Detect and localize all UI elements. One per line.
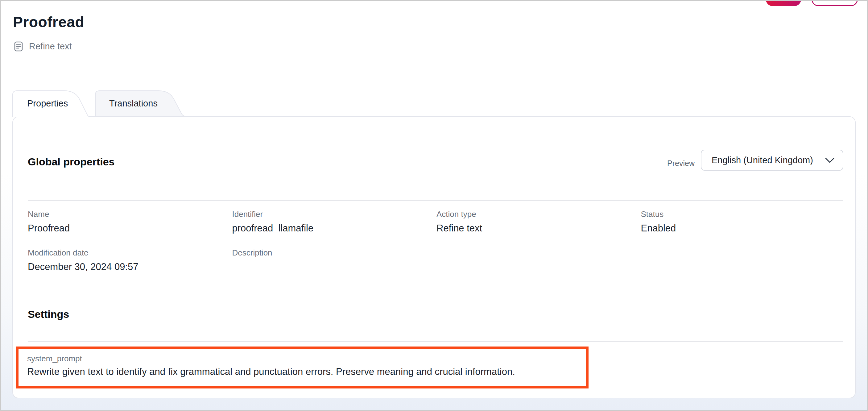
field-name: Name Proofread <box>28 209 232 234</box>
field-label: Name <box>28 209 232 219</box>
field-value: proofread_llamafile <box>232 223 437 234</box>
divider <box>28 200 843 201</box>
global-properties-heading: Global properties <box>28 156 115 168</box>
field-value: Enabled <box>641 223 845 234</box>
subtitle-label: Refine text <box>29 41 72 52</box>
chevron-down-icon <box>825 157 835 163</box>
page-subtitle: Refine text <box>13 41 72 52</box>
field-label: Action type <box>436 209 641 219</box>
system-prompt-label: system_prompt <box>27 354 586 363</box>
tab-properties-label: Properties <box>27 98 68 109</box>
document-icon <box>13 41 24 52</box>
field-value: Refine text <box>436 223 641 234</box>
global-fields: Name Proofread Identifier proofread_llam… <box>28 209 845 272</box>
page-title: Proofread <box>13 13 84 31</box>
field-label: Modification date <box>28 248 232 258</box>
preview-label: Preview <box>667 159 695 168</box>
field-value <box>232 261 437 272</box>
properties-panel: Global properties Preview English (Unite… <box>12 116 856 398</box>
secondary-action-button[interactable] <box>811 0 858 6</box>
field-label: Status <box>641 209 845 219</box>
tab-properties[interactable]: Properties <box>12 90 93 117</box>
system-prompt-highlight: system_prompt Rewrite given text to iden… <box>16 347 589 388</box>
language-selector-value: English (United Kingdom) <box>712 155 813 166</box>
field-label: Description <box>232 248 437 258</box>
divider <box>28 341 843 342</box>
field-identifier: Identifier proofread_llamafile <box>232 209 437 234</box>
system-prompt-value: Rewrite given text to identify and fix g… <box>27 366 586 377</box>
tab-translations[interactable]: Translations <box>95 90 188 116</box>
settings-heading: Settings <box>28 308 69 320</box>
field-label: Identifier <box>232 209 437 219</box>
language-selector[interactable]: English (United Kingdom) <box>701 150 843 171</box>
tab-translations-label: Translations <box>109 98 158 109</box>
field-status: Status Enabled <box>641 209 845 234</box>
field-description: Description <box>232 248 437 272</box>
field-value: December 30, 2024 09:57 <box>28 261 232 272</box>
app-window: Proofread Refine text Properties Transla… <box>0 0 868 411</box>
field-value: Proofread <box>28 223 232 234</box>
primary-action-button[interactable] <box>766 0 801 6</box>
field-action-type: Action type Refine text <box>436 209 641 234</box>
field-modification-date: Modification date December 30, 2024 09:5… <box>28 248 232 272</box>
